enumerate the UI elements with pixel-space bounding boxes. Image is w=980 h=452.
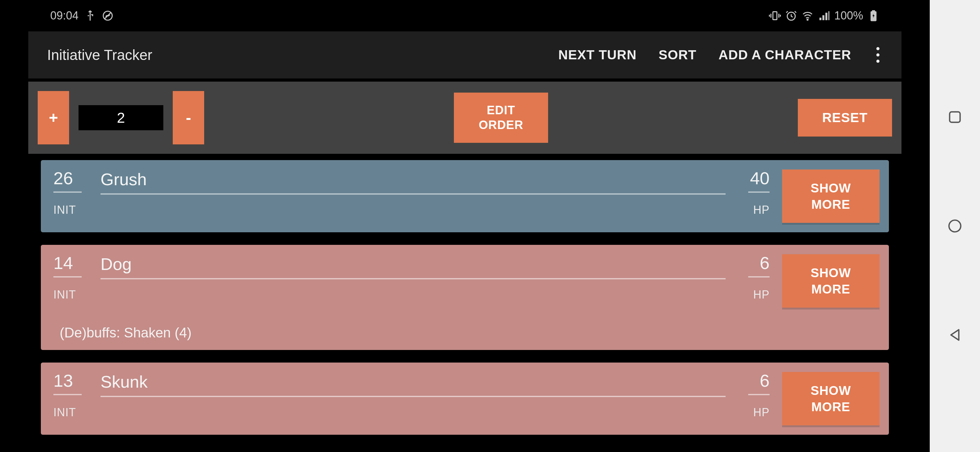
show-more-button[interactable]: SHOW MORE xyxy=(782,170,880,223)
back-button[interactable] xyxy=(946,326,964,344)
init-label: INIT xyxy=(53,406,91,419)
home-button[interactable] xyxy=(946,217,964,235)
sort-button[interactable]: SORT xyxy=(659,48,697,62)
battery-percent: 100% xyxy=(834,9,863,22)
hp-value[interactable]: 6 xyxy=(760,372,770,390)
status-bar: 09:04 100% xyxy=(28,0,902,32)
character-card[interactable]: 26INITGrush40HPSHOW MORE xyxy=(41,160,889,232)
svg-point-8 xyxy=(807,19,808,20)
hp-label: HP xyxy=(753,406,770,419)
debuffs-text: (De)buffs: Shaken (4) xyxy=(60,325,880,341)
show-more-button[interactable]: SHOW MORE xyxy=(782,254,880,308)
svg-rect-2 xyxy=(773,12,777,19)
vibrate-icon xyxy=(769,10,781,22)
init-value[interactable]: 26 xyxy=(53,170,91,187)
init-value[interactable]: 14 xyxy=(53,254,91,272)
svg-point-12 xyxy=(949,220,961,232)
app-title: Initiative Tracker xyxy=(47,46,152,63)
svg-rect-11 xyxy=(950,112,960,122)
character-card[interactable]: 13INITSkunk6HPSHOW MORE xyxy=(41,363,889,435)
no-sync-icon xyxy=(102,10,114,22)
toolbar: + 2 - EDIT ORDER RESET xyxy=(28,82,902,154)
app-bar: Initiative Tracker NEXT TURN SORT ADD A … xyxy=(28,32,902,78)
init-label: INIT xyxy=(53,288,91,301)
android-nav-bar xyxy=(930,0,980,452)
status-time: 09:04 xyxy=(50,9,78,22)
recents-button[interactable] xyxy=(946,108,964,126)
hp-value[interactable]: 6 xyxy=(760,254,770,272)
hp-label: HP xyxy=(753,203,770,217)
svg-rect-10 xyxy=(873,11,875,12)
character-card[interactable]: 14INITDog6HPSHOW MORE(De)buffs: Shaken (… xyxy=(41,245,889,350)
next-turn-button[interactable]: NEXT TURN xyxy=(558,48,636,62)
battery-charging-icon xyxy=(867,10,880,22)
init-value[interactable]: 13 xyxy=(53,372,91,390)
hp-label: HP xyxy=(753,288,770,301)
reset-button[interactable]: RESET xyxy=(798,99,892,136)
character-name[interactable]: Dog xyxy=(100,254,725,274)
add-character-button[interactable]: ADD A CHARACTER xyxy=(718,48,851,62)
increment-button[interactable]: + xyxy=(38,91,69,144)
show-more-button[interactable]: SHOW MORE xyxy=(782,372,880,425)
signal-icon xyxy=(818,10,830,22)
alarm-icon xyxy=(785,10,797,22)
character-name[interactable]: Grush xyxy=(100,170,725,189)
init-label: INIT xyxy=(53,203,91,217)
decrement-button[interactable]: - xyxy=(173,91,204,144)
overflow-menu-icon[interactable] xyxy=(873,44,883,66)
usb-icon xyxy=(84,10,96,22)
character-name[interactable]: Skunk xyxy=(100,372,725,392)
hp-value[interactable]: 40 xyxy=(750,170,770,187)
wifi-icon xyxy=(802,10,813,22)
character-list: 26INITGrush40HPSHOW MORE14INITDog6HPSHOW… xyxy=(28,157,902,452)
counter-input[interactable]: 2 xyxy=(78,105,163,130)
edit-order-button[interactable]: EDIT ORDER xyxy=(454,93,548,143)
svg-line-1 xyxy=(104,12,111,19)
